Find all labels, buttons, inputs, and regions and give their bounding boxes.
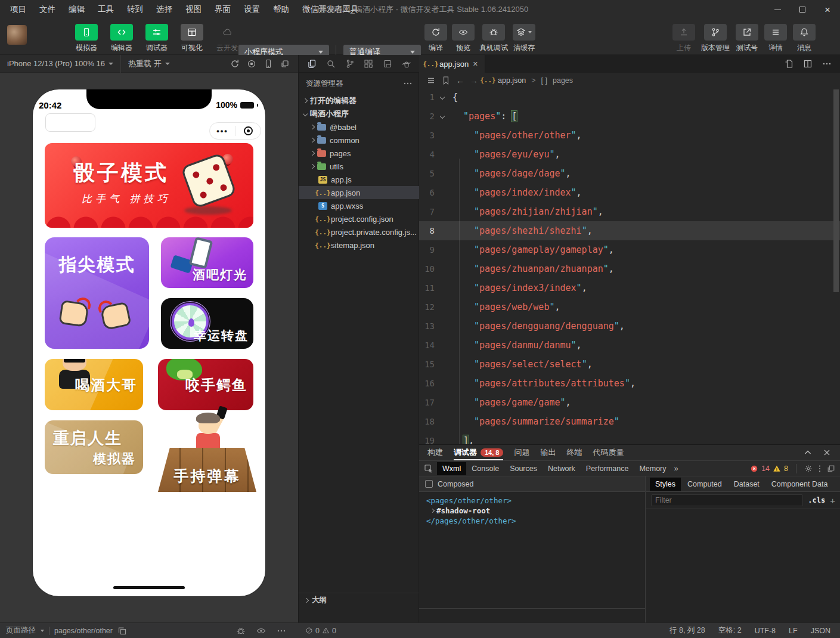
open-preview-icon[interactable] bbox=[784, 59, 793, 69]
more-icon[interactable] bbox=[277, 626, 286, 636]
test-account-button[interactable]: 测试号 bbox=[736, 24, 758, 53]
code-line-7[interactable]: 7"pages/zhijian/zhijian", bbox=[419, 202, 840, 221]
tree-item-打开的编辑器[interactable]: 打开的编辑器 bbox=[299, 94, 420, 107]
tab-dataset[interactable]: Dataset bbox=[729, 478, 765, 491]
collapse-icon[interactable] bbox=[803, 448, 813, 457]
card-biting-crocodile[interactable]: 咬手鳄鱼 bbox=[158, 359, 253, 410]
tab-output[interactable]: 输出 bbox=[540, 445, 556, 460]
page-path-label[interactable]: 页面路径 bbox=[6, 625, 36, 636]
code-line-6[interactable]: 6"pages/index/index", bbox=[419, 183, 840, 202]
code-line-12[interactable]: 12"pages/web/web", bbox=[419, 298, 840, 317]
editor-toggle-button[interactable]: 编辑器 bbox=[107, 24, 137, 53]
gear-icon[interactable] bbox=[804, 464, 813, 473]
search-icon[interactable] bbox=[326, 59, 336, 69]
encoding[interactable]: UTF-8 bbox=[755, 627, 776, 635]
tab-debugger[interactable]: 调试器14, 8 bbox=[454, 445, 503, 460]
extensions-icon[interactable] bbox=[364, 59, 373, 69]
split-editor-icon[interactable] bbox=[803, 59, 813, 69]
composed-checkbox[interactable] bbox=[425, 480, 433, 488]
device-selector[interactable]: iPhone 12/13 (Pro) 100% 16 bbox=[0, 55, 120, 73]
tab-terminal[interactable]: 终端 bbox=[566, 445, 582, 460]
wxml-tag-2[interactable]: </pages/other/other> bbox=[426, 516, 645, 526]
tree-item-sitemap-json[interactable]: {..}sitemap.json bbox=[299, 239, 420, 252]
code-line-17[interactable]: 17"pages/game/game", bbox=[419, 393, 840, 412]
card-bar-light[interactable]: 酒吧灯光 bbox=[161, 237, 253, 288]
simulator-toggle-button[interactable]: 模拟器 bbox=[72, 24, 101, 53]
code-line-14[interactable]: 14"pages/danmu/danmu", bbox=[419, 336, 840, 355]
bookmark-icon[interactable] bbox=[441, 76, 451, 85]
tree-item-app-wxss[interactable]: Sapp.wxss bbox=[299, 199, 420, 212]
language-mode[interactable]: JSON bbox=[811, 627, 830, 635]
tree-item-喝酒小程序[interactable]: 喝酒小程序 bbox=[299, 107, 420, 120]
preview-eye-icon[interactable] bbox=[256, 626, 266, 636]
git-branch-icon[interactable] bbox=[345, 59, 355, 69]
tree-item-project-config-json[interactable]: {..}project.config.json bbox=[299, 212, 420, 225]
breadcrumb-node[interactable]: pages bbox=[553, 76, 573, 85]
wxml-shadow-root[interactable]: #shadow-root bbox=[426, 506, 645, 516]
tabs-overflow-icon[interactable]: » bbox=[672, 464, 681, 473]
code-line-3[interactable]: 3"pages/other/other", bbox=[419, 126, 840, 145]
version-management-button[interactable]: 版本管理 bbox=[701, 24, 730, 53]
maximize-button[interactable] bbox=[790, 0, 815, 19]
fold-chevron-icon[interactable] bbox=[435, 88, 450, 107]
inspect-element-icon[interactable] bbox=[424, 464, 433, 473]
card-drinking-bro[interactable]: 喝酒大哥 bbox=[45, 359, 143, 410]
code-line-5[interactable]: 5"pages/dage/dage", bbox=[419, 164, 840, 183]
code-line-11[interactable]: 11"pages/index3/index", bbox=[419, 278, 840, 298]
code-line-13[interactable]: 13"pages/dengguang/dengguang", bbox=[419, 317, 840, 336]
tab-app-json[interactable]: {..} app.json × bbox=[419, 55, 485, 73]
tab-computed[interactable]: Computed bbox=[682, 478, 727, 491]
add-rule-button[interactable]: + bbox=[830, 495, 835, 506]
menu-item-1[interactable]: 文件 bbox=[34, 2, 61, 17]
card-fingertip-mode[interactable]: 指尖模式 bbox=[45, 237, 149, 349]
cursor-position[interactable]: 行 8, 列 28 bbox=[669, 625, 705, 636]
capsule-close-button[interactable] bbox=[235, 126, 261, 135]
tab-console[interactable]: Console bbox=[466, 462, 504, 475]
statusbar-problems[interactable]: 0 0 bbox=[298, 627, 419, 635]
tab-code-quality[interactable]: 代码质量 bbox=[593, 445, 624, 460]
tree-item-app-js[interactable]: JSapp.js bbox=[299, 173, 420, 186]
copy-icon[interactable] bbox=[117, 626, 127, 636]
hot-reload-toggle[interactable]: 热重载 开 bbox=[120, 55, 177, 73]
card-dice-mode[interactable]: 骰子模式 比手气 拼技巧 bbox=[45, 143, 253, 228]
tree-item-pages[interactable]: pages bbox=[299, 147, 420, 160]
tree-item-app-json[interactable]: {..}app.json bbox=[299, 186, 420, 199]
tab-problems[interactable]: 问题 bbox=[514, 445, 529, 460]
menu-item-4[interactable]: 转到 bbox=[122, 2, 148, 17]
record-icon[interactable] bbox=[247, 59, 256, 69]
menu-item-8[interactable]: 设置 bbox=[238, 2, 265, 17]
capsule-more-button[interactable]: ••• bbox=[210, 126, 235, 135]
tree-item-common[interactable]: common bbox=[299, 134, 420, 147]
error-count[interactable]: 14 bbox=[761, 464, 770, 473]
tab-component-data[interactable]: Component Data bbox=[766, 478, 833, 491]
visualization-toggle-button[interactable]: 可视化 bbox=[177, 24, 207, 53]
code-line-10[interactable]: 10"pages/zhuanpan/zhuanpan", bbox=[419, 259, 840, 278]
kebab-vertical-icon[interactable] bbox=[816, 464, 824, 473]
tab-network[interactable]: Network bbox=[543, 462, 581, 475]
clear-cache-button[interactable]: 清缓存 bbox=[513, 24, 535, 53]
card-handheld-danmaku[interactable]: 手持弹幕 bbox=[158, 411, 256, 492]
tree-item-babel[interactable]: @babel bbox=[299, 120, 420, 134]
code-line-2[interactable]: 2"pages": [ bbox=[419, 107, 840, 126]
code-line-8[interactable]: 8"pages/shezhi/shezhi", bbox=[419, 221, 840, 240]
phone-placeholder-box[interactable] bbox=[45, 113, 95, 132]
menu-item-9[interactable]: 帮助 bbox=[268, 2, 295, 17]
eol[interactable]: LF bbox=[789, 627, 798, 635]
float-window-icon[interactable] bbox=[280, 59, 290, 69]
close-panel-icon[interactable] bbox=[822, 448, 832, 457]
card-lucky-wheel[interactable]: 幸运转盘 bbox=[161, 298, 253, 349]
tab-sources[interactable]: Sources bbox=[504, 462, 543, 475]
code-line-4[interactable]: 4"pages/eyu/eyu", bbox=[419, 145, 840, 164]
code-line-9[interactable]: 9"pages/gameplay/gameplay", bbox=[419, 240, 840, 259]
forward-arrow-icon[interactable]: → bbox=[470, 76, 478, 85]
menu-item-6[interactable]: 视图 bbox=[180, 2, 207, 17]
plugin-icon[interactable] bbox=[383, 59, 392, 69]
back-arrow-icon[interactable]: ← bbox=[456, 76, 464, 85]
more-icon[interactable] bbox=[403, 79, 413, 88]
tree-item-utils[interactable]: utils bbox=[299, 160, 420, 173]
device-debug-button[interactable]: 真机调试 bbox=[479, 24, 508, 53]
vconsole-bug-icon[interactable] bbox=[236, 626, 246, 636]
code-line-16[interactable]: 16"pages/attributes/attributes", bbox=[419, 374, 840, 393]
files-icon[interactable] bbox=[307, 59, 317, 69]
wxml-tag-0[interactable]: <pages/other/other> bbox=[426, 495, 645, 506]
